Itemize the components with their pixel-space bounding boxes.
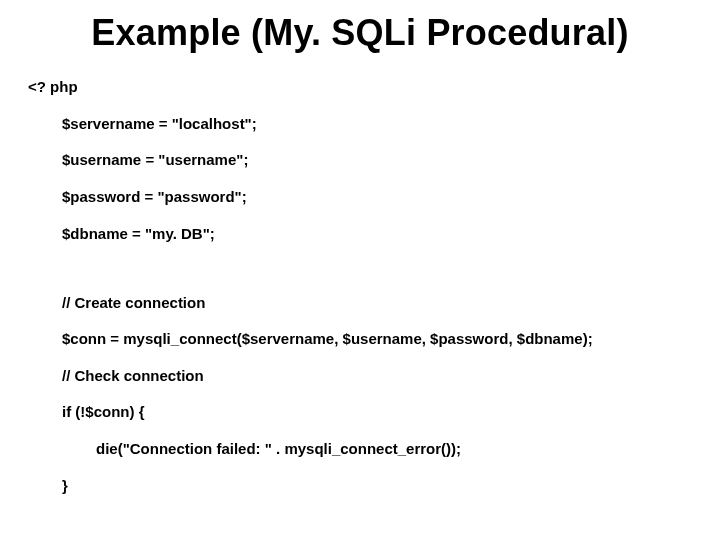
code-line: $username = "username"; [28,151,692,169]
code-line: } [28,477,692,495]
code-line: $conn = mysqli_connect($servername, $use… [28,330,692,348]
slide: Example (My. SQLi Procedural) <? php $se… [0,0,720,540]
code-line: // Create connection [28,294,692,312]
code-line: if (!$conn) { [28,403,692,421]
code-block: <? php $servername = "localhost"; $usern… [28,60,692,540]
slide-title: Example (My. SQLi Procedural) [28,12,692,54]
code-line: $servername = "localhost"; [28,115,692,133]
code-line: <? php [28,78,692,96]
code-line: $dbname = "my. DB"; [28,225,692,243]
code-line: die("Connection failed: " . mysqli_conne… [28,440,692,458]
code-line: $password = "password"; [28,188,692,206]
blank-line [28,261,692,275]
blank-line [28,513,692,527]
code-line: // Check connection [28,367,692,385]
